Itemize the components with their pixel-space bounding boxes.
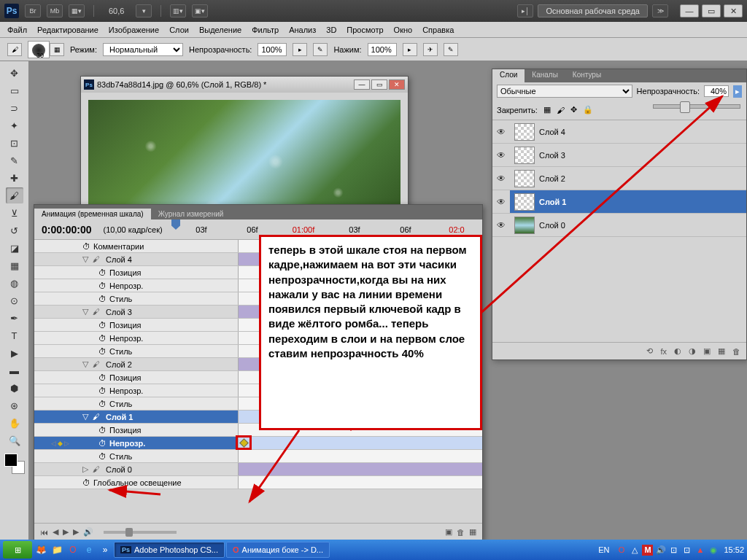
tray-icon[interactable]: ⊡ bbox=[668, 545, 679, 556]
layer-row-selected[interactable]: 👁Слой 1 bbox=[492, 190, 746, 214]
layer-blend-mode-select[interactable]: Обычные bbox=[497, 85, 632, 98]
tray-icon[interactable]: △ bbox=[629, 545, 640, 556]
language-indicator[interactable]: EN bbox=[598, 545, 609, 554]
workspace-switcher[interactable]: Основная рабочая среда bbox=[538, 4, 648, 18]
view-extras-button[interactable]: ▦▾ bbox=[69, 4, 85, 18]
brush-tool[interactable]: 🖌 bbox=[6, 187, 23, 203]
tab-layers[interactable]: Слои bbox=[492, 69, 525, 82]
keyframe-marker[interactable] bbox=[236, 435, 252, 450]
track-layer[interactable]: Слой 0 bbox=[106, 465, 238, 474]
tab-channels[interactable]: Каналы bbox=[525, 69, 565, 82]
layer-opacity-input[interactable] bbox=[704, 85, 729, 97]
move-tool[interactable]: ✥ bbox=[6, 65, 23, 81]
eraser-tool[interactable]: ◪ bbox=[6, 240, 23, 256]
document-titlebar[interactable]: Ps 83db74a88d14.jpg @ 60,6% (Слой 1, RGB… bbox=[81, 77, 408, 93]
menu-3d[interactable]: 3D bbox=[326, 26, 336, 34]
opacity-input[interactable] bbox=[258, 43, 287, 56]
new-layer-button[interactable]: ▦ bbox=[718, 346, 725, 356]
quick-launch-icon[interactable]: 📁 bbox=[50, 542, 64, 557]
tray-volume-icon[interactable]: 🔊 bbox=[655, 545, 666, 556]
tray-icon[interactable]: O bbox=[616, 545, 627, 556]
marquee-tool[interactable]: ▭ bbox=[6, 82, 23, 98]
brush-panel-toggle[interactable]: ▦ bbox=[50, 43, 64, 56]
visibility-toggle[interactable]: 👁 bbox=[492, 127, 510, 137]
color-swatches[interactable] bbox=[4, 454, 25, 474]
prev-frame-button[interactable]: ◀ bbox=[53, 527, 58, 537]
visibility-toggle[interactable]: 👁 bbox=[492, 150, 510, 160]
eyedropper-tool[interactable]: ✎ bbox=[6, 152, 23, 168]
menu-file[interactable]: Файл bbox=[7, 26, 27, 34]
opacity-pressure-toggle[interactable]: ✎ bbox=[313, 43, 328, 56]
visibility-toggle[interactable]: 👁 bbox=[492, 220, 510, 230]
lock-position-button[interactable]: ✥ bbox=[570, 105, 577, 114]
convert-frames-button[interactable]: ▦ bbox=[469, 527, 476, 537]
fill-opacity-slider[interactable] bbox=[653, 104, 740, 109]
menu-select[interactable]: Выделение bbox=[199, 26, 241, 34]
lock-transparency-button[interactable]: ▦ bbox=[543, 105, 551, 114]
track-layer-selected[interactable]: Слой 1 bbox=[106, 413, 238, 421]
zoom-dropdown[interactable]: ▾ bbox=[136, 4, 152, 18]
quick-launch-icon[interactable]: 🦊 bbox=[34, 542, 48, 557]
tab-paths[interactable]: Контуры bbox=[565, 69, 608, 82]
3d-camera-tool[interactable]: ⊛ bbox=[6, 397, 23, 413]
visibility-toggle[interactable]: 👁 bbox=[492, 190, 510, 213]
tray-antivirus-icon[interactable]: ▲ bbox=[694, 545, 705, 556]
airbrush-toggle[interactable]: ✈ bbox=[423, 43, 438, 56]
opacity-flyout[interactable]: ▸ bbox=[293, 43, 307, 56]
3d-tool[interactable]: ⬢ bbox=[6, 380, 23, 396]
quick-launch-icon[interactable]: e bbox=[82, 542, 96, 557]
adjustment-layer-button[interactable]: ◑ bbox=[689, 346, 696, 356]
opacity-flyout-button[interactable]: ▸ bbox=[733, 85, 742, 98]
menu-edit[interactable]: Редактирование bbox=[37, 26, 98, 34]
flow-flyout[interactable]: ▸ bbox=[403, 43, 417, 56]
layer-row[interactable]: 👁Слой 2 bbox=[492, 167, 746, 190]
delete-button[interactable]: 🗑 bbox=[457, 528, 465, 537]
tray-icon[interactable]: ⊡ bbox=[681, 545, 692, 556]
layer-style-button[interactable]: fx bbox=[660, 347, 667, 356]
window-minimize-button[interactable]: — bbox=[680, 4, 699, 18]
lasso-tool[interactable]: ⊃ bbox=[6, 100, 23, 116]
blur-tool[interactable]: ◍ bbox=[6, 275, 23, 291]
audio-toggle[interactable]: 🔊 bbox=[83, 527, 93, 537]
size-pressure-toggle[interactable]: ✎ bbox=[444, 43, 458, 56]
taskbar-task[interactable]: OАнимация боке -> D... bbox=[226, 542, 330, 558]
global-lighting-track[interactable]: Глобальное освещение bbox=[93, 478, 238, 487]
timecode[interactable]: 0:00:00:00 bbox=[42, 224, 92, 236]
menu-layer[interactable]: Слои bbox=[169, 26, 189, 34]
launch-bridge-button[interactable]: Br bbox=[25, 4, 41, 18]
zoom-tool[interactable]: 🔍 bbox=[6, 432, 23, 448]
window-maximize-button[interactable]: ▭ bbox=[702, 4, 721, 18]
menu-view[interactable]: Просмотр bbox=[347, 26, 383, 34]
track-layer[interactable]: Слой 4 bbox=[106, 255, 238, 264]
pen-tool[interactable]: ✒ bbox=[6, 310, 23, 326]
onion-skin-button[interactable]: ▣ bbox=[445, 527, 452, 537]
workspace-more-button[interactable]: ≫ bbox=[652, 4, 668, 18]
panel-collapse-button[interactable]: ▸│ bbox=[517, 4, 533, 18]
goto-first-frame-button[interactable]: ⏮ bbox=[40, 528, 48, 537]
tab-measurement-log[interactable]: Журнал измерений bbox=[151, 209, 231, 219]
history-brush-tool[interactable]: ↺ bbox=[6, 222, 23, 238]
layer-row[interactable]: 👁Слой 0 bbox=[492, 214, 746, 237]
layer-row[interactable]: 👁Слой 3 bbox=[492, 144, 746, 167]
gradient-tool[interactable]: ▦ bbox=[6, 257, 23, 273]
flow-input[interactable] bbox=[368, 43, 397, 56]
lock-all-button[interactable]: 🔒 bbox=[583, 105, 593, 114]
play-button[interactable]: ▶ bbox=[63, 527, 69, 537]
menu-window[interactable]: Окно bbox=[394, 26, 413, 34]
launch-minibridge-button[interactable]: Mb bbox=[47, 4, 63, 18]
lock-pixels-button[interactable]: 🖌 bbox=[557, 106, 565, 114]
quick-launch-icon[interactable]: » bbox=[98, 542, 112, 557]
layer-row[interactable]: 👁Слой 4 bbox=[492, 120, 746, 144]
start-button[interactable]: ⊞ bbox=[3, 541, 32, 559]
window-close-button[interactable]: ✕ bbox=[724, 4, 743, 18]
stamp-tool[interactable]: ⊻ bbox=[6, 205, 23, 221]
shape-tool[interactable]: ▬ bbox=[6, 362, 23, 378]
stopwatch-icon[interactable]: ⏱ bbox=[98, 439, 107, 448]
layer-group-button[interactable]: ▣ bbox=[703, 346, 711, 356]
dodge-tool[interactable]: ⊙ bbox=[6, 292, 23, 308]
document-close-button[interactable]: ✕ bbox=[389, 79, 405, 90]
delete-layer-button[interactable]: 🗑 bbox=[732, 347, 740, 356]
zoom-level[interactable]: 60,6 bbox=[109, 7, 124, 15]
zoom-slider[interactable] bbox=[104, 531, 177, 534]
crop-tool[interactable]: ⊡ bbox=[6, 135, 23, 151]
